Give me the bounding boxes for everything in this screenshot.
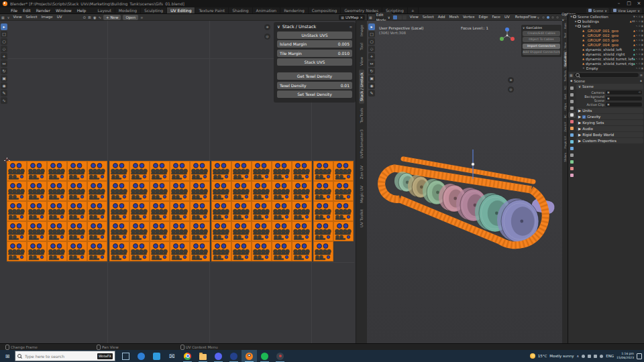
collapse-icon[interactable]: ▶ [578,109,581,113]
hide-toggle-icon[interactable]: ⊙ [639,62,641,65]
uv-island-tile[interactable] [129,161,150,181]
uv-island-tile[interactable] [67,181,87,201]
taskbar-icon-task-view[interactable] [118,350,133,362]
properties-tab-output[interactable] [568,99,576,105]
uv-island-tile[interactable] [87,161,107,181]
import-connectors-button[interactable]: Import Connectors [523,44,560,49]
tweak-tool-icon[interactable]: ▸ [1,23,7,30]
collapse-icon[interactable]: ∨ [578,84,581,88]
taskbar-icon-blender[interactable] [241,350,257,362]
taskbar-icon-store[interactable] [149,350,164,362]
editor-type-icon[interactable]: ▦ [1,15,5,19]
taskbar-icon-chrome[interactable] [180,350,195,362]
wireframe-shading-icon[interactable] [541,15,545,19]
taskbar-icon-file-explorer[interactable] [195,350,211,362]
pan-icon[interactable]: ◎ [508,86,514,93]
vp-menu-edge[interactable]: Edge [477,14,490,20]
hide-toggle-icon[interactable]: ⊙ [639,34,641,37]
uv-island-tile[interactable] [150,181,170,201]
gravity-panel-header[interactable]: ▶✓Gravity [576,114,643,119]
select-toggle-icon[interactable]: ↖ [636,34,638,37]
search-input[interactable] [23,353,85,359]
transform-tool-icon[interactable]: ◉ [1,82,7,89]
minimize-button[interactable]: – [614,0,624,7]
outliner-row-group-003-geo[interactable]: ▲_GROUP_003_geo▲↖⊙▣ [568,38,644,42]
uv-island-tile[interactable] [211,161,231,181]
snap-icon[interactable]: ⊞ [88,15,91,19]
properties-tab-particles[interactable] [568,139,576,145]
uv-island-tile[interactable] [47,181,67,201]
outliner-row-empty[interactable]: +Empty↖⊙▣ [568,66,644,70]
menu-render[interactable]: Render [34,7,53,13]
viewlayer-selector[interactable]: View Layer∨ [611,8,642,13]
pin-icon[interactable]: ▪ [640,79,642,82]
viewport-canvas[interactable]: ▸□○◇+↔↻▣◉✎ User Perspective (Local) (306… [367,21,562,343]
uv-menu-select[interactable]: Select [23,14,39,20]
properties-search[interactable] [574,73,639,77]
outliner-row-group-002-geo[interactable]: ▲_GROUP_002_geo▲↖⊙▣ [568,33,644,38]
rigid-body-world-panel-header[interactable]: ▶Rigid Body World [576,132,643,137]
uv-island-tile[interactable] [7,241,27,261]
properties-tab-texture[interactable] [568,172,576,178]
collapse-icon[interactable]: ▶ [578,139,581,143]
vp-tab-view[interactable]: View [564,40,567,51]
hide-toggle-icon[interactable]: ⊙ [639,44,641,46]
onedrive-icon[interactable] [582,355,585,358]
transform-tool-icon[interactable]: ◉ [368,82,375,89]
uv-island-tile[interactable] [252,201,272,221]
notification-icon[interactable] [637,353,642,359]
uv-tab-stack-unstack[interactable]: Stack / Unstack [359,70,364,104]
uv-island-tile[interactable] [27,201,47,221]
annotate-tool-icon[interactable]: ✎ [1,90,7,97]
outliner-row-group-001-geo[interactable]: ▲_GROUP_001_geo▲↖⊙▣ [568,28,644,33]
outliner-row-scene-collection[interactable]: ▼Scene Collection▼↖⊙▣ [568,14,644,19]
scene-panel-header[interactable]: ∨ Scene [576,84,643,89]
relax-tool-icon[interactable]: ∿ [1,97,7,104]
vp-tab-zen-uv[interactable]: Zen UV [564,120,567,134]
uv-island-tile[interactable] [333,201,354,221]
uv-island-tile[interactable] [47,161,67,181]
uv-island-tile[interactable] [272,201,292,221]
uv-island-tile[interactable] [109,241,129,261]
uv-island-tile[interactable] [190,161,210,181]
select-lasso-tool-icon[interactable]: ◇ [1,46,7,52]
properties-tab-object[interactable] [568,125,576,131]
keying-sets-panel-header[interactable]: ▶Keying Sets [576,120,643,125]
uv-island-tile[interactable] [7,201,27,221]
editor-type-icon[interactable]: ▦ [369,15,372,19]
collapse-icon[interactable]: ∨ [523,26,525,29]
uv-menu-view[interactable]: View [11,14,23,20]
uv-island-tile[interactable] [150,241,170,261]
gascables-header[interactable]: ∨ GasCables [523,26,560,29]
material-shading-icon[interactable] [551,15,555,19]
collapse-icon[interactable]: ▶ [578,115,581,119]
uv-island-tile[interactable] [211,181,231,201]
background-scene-field[interactable]: ▣ [606,97,642,101]
uv-tab-uvpackmaster3[interactable]: UVPackmaster3 [359,127,364,161]
solid-shading-icon[interactable] [546,15,550,19]
uv-island-tile[interactable] [87,221,107,241]
select-toggle-icon[interactable]: ↖ [636,58,638,60]
uv-island-tile[interactable] [292,241,312,261]
select-box-tool-icon[interactable]: □ [1,31,7,38]
scene-selector[interactable]: Scene∨ [586,8,609,13]
filter-icon[interactable]: ▼ [633,15,635,18]
uv-island-tile[interactable] [211,221,231,241]
uv-island-tile[interactable] [27,161,47,181]
properties-tab-material[interactable] [568,166,576,172]
uv-island-tile[interactable] [231,221,252,241]
uv-island-tile[interactable] [150,161,170,181]
rotate-tool-icon[interactable]: ↻ [368,68,375,74]
render-toggle-icon[interactable]: ▣ [641,67,643,70]
uv-island-tile[interactable] [87,241,107,261]
uv-island-tile[interactable] [190,181,210,201]
render-toggle-icon[interactable]: ▣ [641,48,643,51]
uv-island-tile[interactable] [150,221,170,241]
select-toggle-icon[interactable]: ↖ [636,53,638,56]
uv-island-tile[interactable] [87,181,107,201]
proportional-edit-icon[interactable]: ◉ [93,15,97,19]
select-toggle-icon[interactable]: ↖ [636,20,638,23]
uv-island-tile[interactable] [231,161,252,181]
collapse-icon[interactable]: ∨ [277,24,280,29]
tile-margin-slider[interactable]: Tile Margin0.010 [277,50,352,57]
